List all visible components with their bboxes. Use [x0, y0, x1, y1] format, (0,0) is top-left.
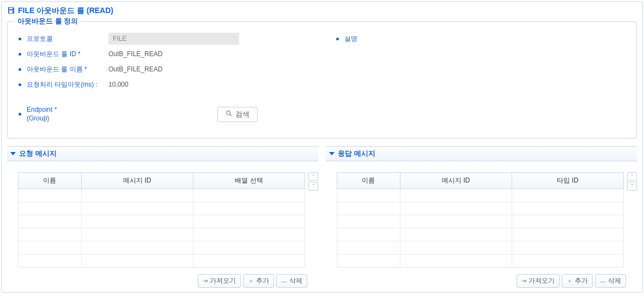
request-move-up-button[interactable]: ˄: [308, 172, 318, 181]
chevron-down-icon: [329, 152, 335, 155]
request-move-down-button[interactable]: ˅: [308, 182, 318, 191]
response-col-name: 이름: [337, 173, 400, 189]
response-move-down-button[interactable]: ˅: [627, 182, 637, 191]
table-row[interactable]: [337, 215, 624, 228]
description-row: 설명: [333, 32, 629, 46]
plus-icon: ＋: [567, 277, 573, 285]
protocol-field: FILE: [108, 33, 239, 45]
search-button-label: 검색: [235, 110, 250, 119]
response-message-panel: 응답 메시지 이름 메시지 ID 타입 ID: [326, 146, 637, 288]
response-import-button[interactable]: ⇥ 가져오기: [517, 274, 560, 288]
table-row[interactable]: [337, 241, 624, 254]
table-row[interactable]: [19, 215, 305, 228]
fieldset-legend: 아웃바운드 룰 정의: [14, 16, 81, 26]
search-icon: [226, 110, 232, 118]
timeout-label: 요청처리 타임아웃(ms) :: [27, 80, 108, 89]
import-icon: ⇥: [521, 277, 526, 284]
request-panel-header[interactable]: 요청 메시지: [7, 146, 318, 161]
chevron-down-icon: [10, 152, 16, 155]
page-title-text: FILE 아웃바운드 룰 (READ): [18, 6, 113, 16]
request-message-table: 이름 메시지 ID 배열 선택: [18, 172, 305, 268]
rule-name-row: 아웃바운드 룰 이름 * OutB_FILE_READ: [15, 62, 311, 76]
bullet-icon: [19, 83, 21, 86]
request-import-button[interactable]: ⇥ 가져오기: [198, 274, 241, 288]
table-row[interactable]: [19, 254, 305, 268]
table-row[interactable]: [337, 254, 624, 268]
request-message-panel: 요청 메시지 이름 메시지 ID 배열 선택: [7, 146, 318, 288]
response-delete-label: 삭제: [608, 276, 621, 286]
table-row[interactable]: [337, 189, 624, 202]
request-delete-button[interactable]: — 삭제: [276, 274, 307, 288]
chevron-down-icon: ˅: [312, 184, 315, 189]
request-add-button[interactable]: ＋ 추가: [243, 274, 274, 288]
import-icon: ⇥: [203, 277, 208, 284]
rule-id-row: 아웃바운드 룰 ID * OutB_FILE_READ: [15, 47, 311, 61]
request-col-msgid: 메시지 ID: [81, 173, 193, 189]
table-row[interactable]: [337, 202, 624, 215]
response-add-button[interactable]: ＋ 추가: [562, 274, 593, 288]
bullet-icon: [19, 113, 21, 116]
chevron-up-icon: ˄: [312, 174, 315, 179]
response-panel-header[interactable]: 응답 메시지: [326, 146, 637, 161]
timeout-value: 10,000: [108, 81, 129, 88]
minus-icon: —: [600, 278, 606, 284]
request-import-label: 가져오기: [210, 276, 236, 286]
response-move-up-button[interactable]: ˄: [627, 172, 637, 181]
response-add-label: 추가: [575, 276, 588, 286]
response-panel-title: 응답 메시지: [338, 149, 375, 159]
protocol-row: 프로토콜 FILE: [15, 32, 311, 46]
bullet-icon: [336, 38, 339, 40]
protocol-label: 프로토콜: [27, 34, 108, 44]
page-title-bar: FILE 아웃바운드 룰 (READ): [3, 3, 641, 21]
rule-definition-fieldset: 아웃바운드 룰 정의 프로토콜 FILE 아웃바운드 룰 ID * OutB_F…: [7, 21, 637, 138]
plus-icon: ＋: [248, 277, 254, 285]
rule-id-label: 아웃바운드 룰 ID *: [27, 50, 108, 59]
request-add-label: 추가: [256, 276, 269, 286]
bullet-icon: [19, 68, 21, 71]
endpoint-search-button[interactable]: 검색: [217, 107, 258, 122]
request-col-array: 배열 선택: [193, 173, 305, 189]
request-col-name: 이름: [19, 173, 82, 189]
response-col-typeid: 타입 ID: [512, 173, 623, 189]
table-row[interactable]: [19, 189, 305, 202]
endpoint-row: Endpoint * (Group) 검색: [15, 106, 311, 123]
minus-icon: —: [281, 278, 287, 284]
table-row[interactable]: [19, 202, 305, 215]
timeout-row: 요청처리 타임아웃(ms) : 10,000: [15, 77, 311, 92]
chevron-down-icon: ˅: [631, 184, 634, 189]
outer-container: FILE 아웃바운드 룰 (READ) 아웃바운드 룰 정의 프로토콜 FILE…: [1, 1, 643, 293]
table-row[interactable]: [19, 241, 305, 254]
request-panel-title: 요청 메시지: [19, 149, 57, 159]
table-row[interactable]: [19, 228, 305, 241]
svg-line-1: [230, 114, 232, 116]
response-col-msgid: 메시지 ID: [400, 173, 512, 189]
endpoint-label: Endpoint * (Group): [27, 106, 108, 123]
chevron-up-icon: ˄: [631, 174, 634, 179]
response-delete-button[interactable]: — 삭제: [595, 274, 626, 288]
bullet-icon: [19, 53, 21, 56]
rule-name-label: 아웃바운드 룰 이름 *: [27, 65, 108, 74]
rule-id-value: OutB_FILE_READ: [108, 50, 162, 58]
table-row[interactable]: [337, 228, 624, 241]
svg-point-0: [227, 111, 230, 115]
response-message-table: 이름 메시지 ID 타입 ID: [337, 172, 624, 268]
rule-name-value: OutB_FILE_READ: [108, 65, 162, 73]
bullet-icon: [19, 38, 21, 40]
description-label: 설명: [344, 34, 426, 44]
save-disk-icon: [7, 7, 15, 16]
response-import-label: 가져오기: [528, 276, 555, 286]
request-delete-label: 삭제: [289, 276, 302, 286]
